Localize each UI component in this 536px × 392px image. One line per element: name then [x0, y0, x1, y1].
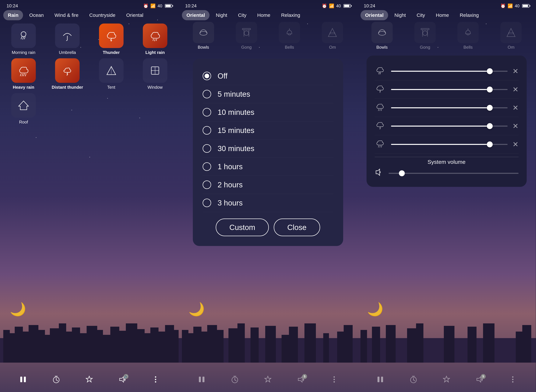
tab-ocean[interactable]: Ocean [25, 10, 48, 20]
slider-track-1[interactable] [391, 71, 508, 72]
slider-track-2[interactable] [391, 89, 508, 90]
more-btn-2[interactable] [330, 375, 338, 385]
tent-label: Tent [107, 85, 115, 90]
play-pause-btn-3[interactable] [376, 375, 384, 385]
timer-option-10min[interactable]: 10 minutes [203, 103, 333, 121]
timer-btn-2[interactable] [231, 375, 239, 385]
slider-thumb-2[interactable] [487, 87, 493, 93]
svg-rect-11 [72, 327, 80, 363]
time-display: 10:24 [7, 3, 18, 9]
more-btn[interactable] [151, 375, 160, 385]
more-btn-3[interactable] [509, 375, 517, 385]
slider-thumb-5[interactable] [487, 141, 493, 147]
slider-track-5[interactable] [391, 144, 508, 145]
timer-option-3hr[interactable]: 3 hours [203, 194, 333, 212]
tab-wind-fire[interactable]: Wind & fire [50, 10, 83, 20]
svg-line-28 [24, 37, 25, 39]
tab-night-p3[interactable]: Night [390, 10, 410, 20]
favorites-btn-2[interactable] [264, 375, 272, 385]
slider-track-3[interactable] [391, 107, 508, 108]
tab-city-p2[interactable]: City [233, 10, 251, 20]
timer-option-30min[interactable]: 30 minutes [203, 140, 333, 158]
close-icon-5[interactable]: ✕ [512, 140, 518, 149]
slider-thumb-4[interactable] [487, 123, 493, 129]
svg-point-105 [423, 31, 427, 35]
timer-action-buttons: Custom Close [203, 219, 333, 236]
oriental-bowls[interactable]: Bowls [182, 22, 225, 50]
tab-relaxing-p3[interactable]: Relaxing [455, 10, 483, 20]
tab-oriental[interactable]: Oriental [122, 10, 148, 20]
status-bar-3: 10:24 ⏰ 📶 40 [357, 0, 536, 10]
timer-option-2hr[interactable]: 2 hours [203, 176, 333, 194]
svg-point-52 [155, 379, 156, 380]
panel-3: 🌙 10:24 ⏰ 📶 40 Oriental Night City [357, 0, 536, 392]
tab-countryside[interactable]: Countryside [85, 10, 120, 20]
sound-item-umbrella[interactable]: Umbrella [47, 23, 88, 55]
tab-rain[interactable]: Rain [3, 10, 23, 20]
close-button[interactable]: Close [274, 219, 320, 236]
morning-rain-label: Morning rain [12, 50, 35, 55]
timer-option-1hr[interactable]: 1 hours [203, 158, 333, 176]
system-volume-thumb[interactable] [399, 170, 405, 176]
oriental-icons-row: Bowls Gong Bells Om [179, 20, 357, 50]
custom-button[interactable]: Custom [216, 219, 269, 236]
roof-icon [11, 93, 36, 118]
volume-btn[interactable]: 🔊 [118, 375, 127, 385]
svg-rect-72 [242, 28, 250, 30]
sound-item-heavy-rain[interactable]: Heavy rain [3, 58, 44, 90]
play-pause-btn-2[interactable] [197, 375, 206, 385]
favorites-btn[interactable] [85, 375, 93, 385]
timer-btn[interactable] [52, 375, 60, 385]
timer-option-off[interactable]: Off [203, 67, 333, 85]
category-tabs: Rain Ocean Wind & fire Countryside Orien… [0, 10, 179, 20]
svg-rect-16 [110, 327, 119, 363]
oriental-gong[interactable]: Gong [225, 22, 268, 50]
sound-item-tent[interactable]: Tent [91, 58, 132, 90]
sound-item-thunder[interactable]: Thunder [91, 23, 132, 55]
sound-item-roof[interactable]: Roof [3, 93, 44, 125]
sound-item-window[interactable]: Window [135, 58, 175, 90]
tab-oriental-p2[interactable]: Oriental [182, 10, 210, 20]
system-volume-slider[interactable] [389, 173, 518, 174]
timer-option-5min[interactable]: 5 minutes [203, 85, 333, 103]
tab-city-p3[interactable]: City [412, 10, 430, 20]
timer-option-15min[interactable]: 15 minutes [203, 121, 333, 140]
oriental-gong-3[interactable]: Gong [404, 22, 447, 50]
tab-oriental-p3[interactable]: Oriental [361, 10, 388, 20]
oriental-bowls-3[interactable]: Bowls [361, 22, 404, 50]
svg-rect-12 [80, 333, 87, 363]
svg-point-25 [21, 32, 26, 37]
tab-night-p2[interactable]: Night [211, 10, 232, 20]
svg-point-88 [334, 379, 335, 380]
close-icon-1[interactable]: ✕ [512, 67, 518, 75]
sound-item-light-rain[interactable]: Light rain [135, 23, 175, 55]
oriental-bells-3[interactable]: Bells [447, 22, 489, 50]
oriental-om[interactable]: Om [311, 22, 354, 50]
play-pause-btn[interactable] [19, 375, 27, 385]
bowls-label: Bowls [198, 45, 209, 50]
oriental-om-3[interactable]: Om [489, 22, 533, 50]
svg-point-126 [512, 379, 513, 380]
oriental-bells[interactable]: Bells [268, 22, 311, 50]
slider-track-4[interactable] [391, 126, 508, 126]
sound-item-morning-rain[interactable]: Morning rain [3, 23, 44, 55]
slider-thumb-1[interactable] [487, 68, 493, 74]
tab-relaxing-p2[interactable]: Relaxing [277, 10, 305, 20]
close-icon-2[interactable]: ✕ [512, 85, 518, 93]
sound-item-distant-thunder[interactable]: Distant thunder [47, 58, 88, 90]
favorites-btn-3[interactable] [442, 375, 451, 385]
volume-btn-2[interactable]: 5 [297, 375, 305, 385]
tab-home-p3[interactable]: Home [431, 10, 453, 20]
signal-icon: 📶 [150, 3, 155, 9]
roof-label: Roof [19, 120, 28, 125]
svg-line-36 [25, 74, 26, 76]
svg-rect-17 [119, 331, 126, 363]
om-label: Om [329, 45, 336, 50]
slider-thumb-3[interactable] [487, 105, 493, 111]
svg-rect-2 [10, 333, 15, 363]
close-icon-3[interactable]: ✕ [512, 103, 518, 112]
close-icon-4[interactable]: ✕ [512, 122, 518, 130]
timer-btn-3[interactable] [409, 375, 418, 385]
volume-btn-3[interactable]: 5 [475, 375, 484, 385]
tab-home-p2[interactable]: Home [253, 10, 275, 20]
